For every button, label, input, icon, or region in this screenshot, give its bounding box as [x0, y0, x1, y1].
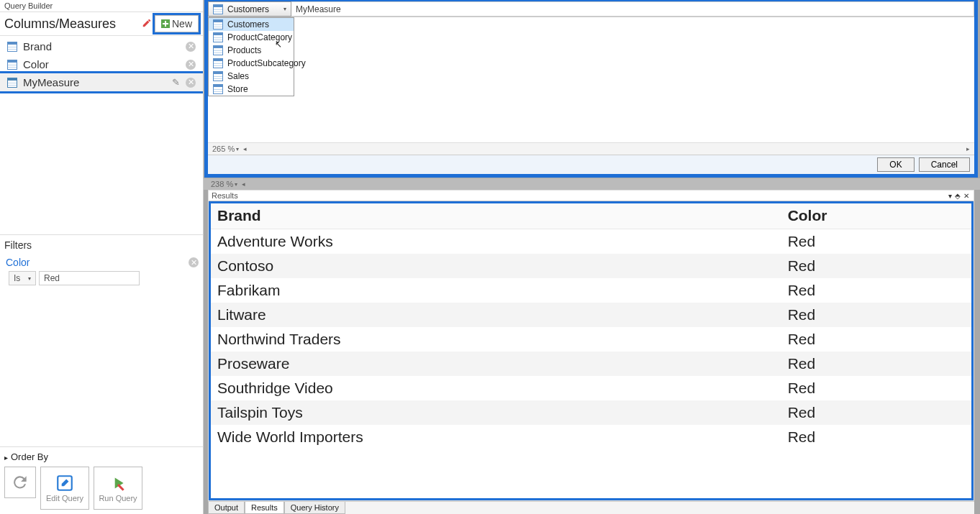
column-item[interactable]: Color ✕	[0, 55, 203, 73]
cancel-button[interactable]: Cancel	[919, 157, 970, 172]
table-icon	[213, 19, 223, 29]
query-builder-panel: Query Builder Columns/Measures New Brand…	[0, 0, 204, 514]
table-cell: Contoso	[210, 254, 781, 278]
filter-item: Color ✕ Is▾	[4, 255, 199, 285]
dropdown-item[interactable]: ProductCategory	[209, 31, 294, 44]
column-item[interactable]: Brand ✕	[0, 37, 203, 55]
chevron-down-icon[interactable]: ▾	[236, 146, 239, 152]
filter-value-input[interactable]	[39, 271, 140, 285]
panel-menu-icon[interactable]: ▾	[947, 192, 953, 200]
table-icon	[213, 71, 223, 81]
close-icon[interactable]: ✕	[962, 192, 971, 200]
table-row[interactable]: Wide World ImportersRed	[210, 425, 972, 449]
bottom-tabs: OutputResultsQuery History	[208, 501, 974, 514]
columns-area: Columns/Measures New Brand ✕ Color ✕ MyM…	[0, 12, 203, 235]
table-cell: Northwind Traders	[210, 327, 781, 352]
table-icon	[213, 4, 223, 14]
run-query-label: Run Query	[99, 494, 137, 502]
table-selector-dropdown[interactable]: Customers ▾	[208, 1, 291, 17]
table-selector-label: Customers	[227, 4, 269, 14]
table-row[interactable]: LitwareRed	[210, 303, 972, 327]
dropdown-item[interactable]: Sales	[209, 70, 294, 83]
dropdown-item-label: Customers	[227, 19, 269, 29]
dropdown-item[interactable]: Store	[209, 83, 294, 96]
table-row[interactable]: Northwind TradersRed	[210, 327, 972, 352]
remove-icon[interactable]: ✕	[186, 78, 196, 88]
ok-button[interactable]: OK	[877, 157, 914, 172]
column-header[interactable]: Color	[781, 203, 972, 229]
table-row[interactable]: Adventure WorksRed	[210, 229, 972, 254]
table-row[interactable]: ContosoRed	[210, 254, 972, 278]
dropdown-item-label: Sales	[227, 71, 249, 81]
tab-output[interactable]: Output	[208, 502, 245, 514]
expression-input[interactable]	[291, 1, 974, 17]
pin-icon[interactable]: ⬘	[953, 192, 962, 200]
table-icon	[213, 45, 223, 55]
column-header[interactable]: Brand	[210, 203, 781, 229]
order-by-label: Order By	[11, 451, 48, 462]
editor-body[interactable]	[208, 17, 974, 142]
results-grid[interactable]: BrandColor Adventure WorksRedContosoRedF…	[210, 203, 972, 499]
scroll-right-icon[interactable]: ▸	[966, 145, 970, 152]
tab-results[interactable]: Results	[245, 502, 284, 514]
table-header-row: BrandColor	[210, 203, 972, 229]
filter-operator-select[interactable]: Is▾	[9, 271, 36, 285]
dropdown-item[interactable]: ProductSubcategory	[209, 57, 294, 70]
run-query-button[interactable]: Run Query	[94, 467, 142, 510]
table-cell: Red	[781, 327, 972, 352]
table-cell: Litware	[210, 303, 781, 327]
scroll-left-icon[interactable]: ◂	[243, 145, 247, 152]
zoom-level[interactable]: 265 %	[212, 144, 235, 153]
table-icon	[213, 58, 223, 68]
edit-icon[interactable]: ✎	[172, 77, 180, 88]
table-cell: Red	[781, 376, 972, 400]
dropdown-item-label: Store	[227, 84, 248, 94]
table-icon	[7, 42, 17, 52]
table-cell: Red	[781, 352, 972, 376]
table-icon	[7, 60, 17, 70]
column-label: Color	[23, 58, 180, 70]
results-title: Results	[212, 191, 238, 200]
remove-icon[interactable]: ✕	[186, 42, 196, 52]
dropdown-item[interactable]: Products	[209, 44, 294, 57]
chevron-right-icon: ▸	[4, 454, 8, 462]
table-dropdown-menu: ↖ CustomersProductCategoryProductsProduc…	[208, 17, 294, 96]
expression-editor: Customers ▾ ↖ CustomersProductCategoryPr…	[208, 1, 974, 174]
table-icon	[213, 32, 223, 42]
table-cell: Red	[781, 229, 972, 254]
dropdown-item-label: ProductCategory	[227, 32, 292, 42]
table-icon	[213, 84, 223, 94]
edit-columns-icon[interactable]	[139, 17, 155, 32]
refresh-button[interactable]	[4, 467, 36, 498]
tab-query-history[interactable]: Query History	[284, 502, 345, 514]
table-cell: Wide World Importers	[210, 425, 781, 449]
filter-name[interactable]: Color	[4, 255, 189, 270]
table-row[interactable]: ProsewareRed	[210, 352, 972, 376]
new-button-label: New	[172, 18, 192, 29]
table-icon	[7, 78, 17, 88]
table-row[interactable]: Tailspin ToysRed	[210, 400, 972, 425]
mid-status-bar: 238 %▾◂	[204, 178, 980, 190]
table-row[interactable]: Southridge VideoRed	[210, 376, 972, 400]
edit-query-button[interactable]: Edit Query	[40, 467, 89, 510]
table-cell: Red	[781, 425, 972, 449]
dropdown-item-label: Products	[227, 45, 261, 55]
column-label: Brand	[23, 40, 180, 52]
dropdown-item-label: ProductSubcategory	[227, 58, 306, 68]
column-item[interactable]: MyMeasure ✎ ✕	[0, 73, 203, 91]
columns-list: Brand ✕ Color ✕ MyMeasure ✎ ✕	[0, 36, 203, 93]
table-cell: Red	[781, 303, 972, 327]
filter-remove-icon[interactable]: ✕	[189, 257, 199, 267]
remove-icon[interactable]: ✕	[186, 60, 196, 70]
edit-query-label: Edit Query	[46, 494, 83, 502]
panel-title: Query Builder	[0, 0, 203, 12]
plus-icon	[161, 19, 170, 28]
chevron-down-icon: ▾	[283, 6, 286, 12]
table-cell: Fabrikam	[210, 278, 781, 303]
dropdown-item[interactable]: Customers	[209, 18, 294, 31]
table-cell: Southridge Video	[210, 376, 781, 400]
table-row[interactable]: FabrikamRed	[210, 278, 972, 303]
table-cell: Adventure Works	[210, 229, 781, 254]
order-by-section[interactable]: ▸Order By	[0, 447, 203, 464]
new-button[interactable]: New	[155, 15, 199, 32]
